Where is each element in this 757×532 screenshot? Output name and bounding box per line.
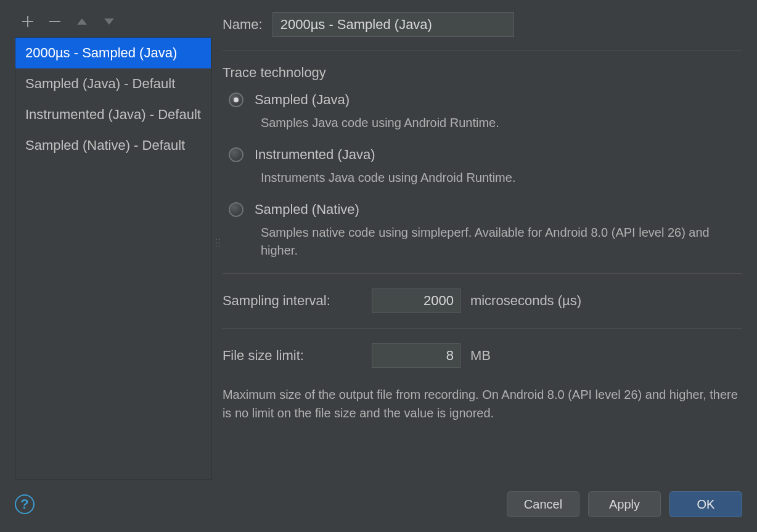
splitter-handle[interactable]: ······ [215,237,221,248]
ok-button[interactable]: OK [669,491,742,517]
list-item[interactable]: Sampled (Java) - Default [15,68,211,99]
right-panel: ······ Name: Trace technology Sampled (J… [223,11,742,480]
divider [223,328,742,329]
add-icon[interactable] [21,15,35,28]
radio-label: Sampled (Native) [255,202,359,218]
list-item[interactable]: Sampled (Native) - Default [15,130,211,161]
list-item[interactable]: 2000µs - Sampled (Java) [15,38,211,68]
file-size-limit-input[interactable] [372,343,460,368]
radio-icon [229,147,243,162]
move-down-icon[interactable] [102,15,116,28]
cancel-button[interactable]: Cancel [507,491,579,517]
left-panel: 2000µs - Sampled (Java) Sampled (Java) -… [15,11,211,480]
sampling-interval-label: Sampling interval: [223,293,362,309]
apply-button[interactable]: Apply [588,491,661,517]
profiling-config-dialog: 2000µs - Sampled (Java) Sampled (Java) -… [0,0,757,532]
radio-label: Instrumented (Java) [255,147,375,163]
list-item[interactable]: Instrumented (Java) - Default [15,99,211,130]
list-toolbar [15,11,211,37]
profile-list[interactable]: 2000µs - Sampled (Java) Sampled (Java) -… [15,37,211,480]
remove-icon[interactable] [48,15,62,28]
sampling-interval-row: Sampling interval: microseconds (µs) [223,289,742,313]
file-size-limit-row: File size limit: MB [223,343,742,368]
radio-label: Sampled (Java) [255,92,350,108]
main-content: 2000µs - Sampled (Java) Sampled (Java) -… [15,11,742,480]
sampling-interval-unit: microseconds (µs) [470,293,581,309]
name-row: Name: [223,12,742,37]
name-input[interactable] [272,12,514,37]
radio-sampled-native[interactable]: Sampled (Native) [223,200,742,221]
file-size-limit-unit: MB [470,348,491,364]
file-size-limit-label: File size limit: [223,348,362,364]
help-icon[interactable]: ? [15,494,35,514]
trace-technology-group: Sampled (Java) Samples Java code using A… [223,91,742,273]
trace-technology-title: Trace technology [223,65,742,81]
move-up-icon[interactable] [75,15,89,28]
radio-description: Samples native code using simpleperf. Av… [223,221,742,273]
radio-instrumented-java[interactable]: Instrumented (Java) [223,145,742,166]
radio-icon [229,202,243,217]
sampling-interval-input[interactable] [372,289,460,313]
button-bar: ? Cancel Apply OK [15,491,742,517]
svg-rect-0 [49,21,60,22]
radio-sampled-java[interactable]: Sampled (Java) [223,91,742,112]
radio-icon [229,92,243,107]
divider [223,273,742,274]
radio-description: Instruments Java code using Android Runt… [223,166,742,200]
name-label: Name: [223,17,263,33]
radio-description: Samples Java code using Android Runtime. [223,112,742,145]
divider [223,51,742,51]
file-size-limit-hint: Maximum size of the output file from rec… [223,385,742,422]
